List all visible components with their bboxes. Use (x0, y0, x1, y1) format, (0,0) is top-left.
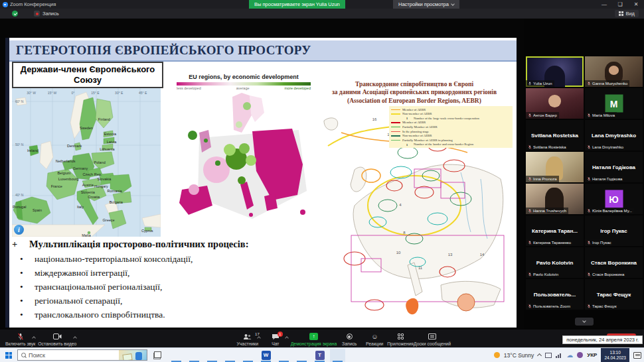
map2-gradient-legend (177, 82, 311, 86)
participant-tile-yulia-uzun[interactable]: Yulia Uzun (526, 56, 584, 87)
map-grid-label: 30° W (27, 91, 36, 95)
participant-tile-anton-bader[interactable]: Антон Бадер (526, 88, 584, 119)
map-region-number: 4 (399, 203, 401, 207)
presentation-slide: ГЕТЕРОТОПІЯ ЄВРОПЕЙСЬКОГО ПРОСТОРУ Держа… (5, 38, 517, 328)
taskbar-zoom-icon[interactable] (330, 349, 345, 362)
participant-tile-maria-milova[interactable]: M Maria Milova (585, 88, 643, 119)
participant-label: Наталя Годікова (585, 176, 624, 182)
bullet-heading-text: Мультиплікація просторово-політичних про… (29, 238, 258, 251)
view-settings-button[interactable]: Настройки просмотра (393, 0, 459, 9)
map-grid-label: 60° N (15, 99, 24, 103)
participant-tile-kateryna-taranenko[interactable]: Катерина Таран... Катерина Тараненко (526, 215, 584, 246)
network-icon[interactable] (556, 353, 562, 358)
taskbar-word-icon[interactable]: W (258, 349, 274, 362)
map-region-number: 10 (396, 251, 401, 255)
map-region-number: 13 (448, 253, 453, 257)
chat-button[interactable]: 1 Чат (263, 332, 288, 346)
participant-tile-hanna-trushevych[interactable]: Hanna Trushevych (526, 184, 584, 214)
mic-muted-icon (528, 145, 532, 150)
search-input[interactable]: Поиск (17, 349, 147, 361)
stop-video-button[interactable]: Остановить видео (38, 332, 76, 346)
taskbar-teams-icon[interactable]: T (312, 349, 327, 362)
taskbar-telegram-icon[interactable] (294, 349, 309, 362)
hidden-icons-chevron[interactable] (537, 353, 542, 358)
record-button[interactable]: Запись (337, 332, 362, 346)
participants-button[interactable]: 17 Участники (235, 332, 260, 346)
taskbar-edge-icon[interactable] (169, 349, 184, 362)
avatar: M (605, 95, 623, 113)
bullet-item: • регіональної сепарації, (20, 296, 319, 306)
search-placeholder: Поиск (29, 352, 45, 359)
taskbar-chrome-icon[interactable] (187, 349, 202, 362)
participant-tiles: Yulia Uzun Ganna Muzychenko (526, 56, 643, 310)
bullet-marker: • (20, 254, 35, 265)
avatar: Ю (605, 190, 623, 208)
weather-sun-icon[interactable] (494, 352, 500, 358)
taskbar-viber-icon[interactable] (240, 349, 256, 362)
legend-label: Partially Member of AEBR (402, 125, 438, 129)
legend-line-swatch (391, 109, 400, 111)
participant-tile-inna-pronoza[interactable]: Inna Pronoza (526, 152, 584, 182)
taskbar-explorer-icon[interactable] (276, 349, 291, 362)
viber-tray-icon[interactable] (577, 352, 583, 358)
participant-tile-stasia-voronkina[interactable]: Стася Воронкина Стася Воронкина (585, 247, 643, 278)
participant-label: Тарас Фещук (585, 303, 619, 310)
participant-tile-natalia-godikova[interactable]: Наталя Годікова Наталя Годікова (585, 152, 643, 182)
participant-tile-svitlana-rostetska[interactable]: Svitlana Rostetska Svitlana Rostetska (526, 120, 584, 151)
apps-button[interactable]: Приложения (387, 332, 414, 346)
legend-line-swatch (391, 131, 400, 133)
participant-tile-pavlo-kolotvin[interactable]: Pavlo Kolotvin Pavlo Kolotvin (526, 247, 584, 278)
info-icon[interactable]: i (14, 225, 24, 235)
participant-tile-igor-pukas[interactable]: Ігор Пукас Ігор Пукас (585, 215, 643, 246)
share-screen-button[interactable]: Демонстрация экрана (291, 332, 337, 346)
taskbar-mail-icon[interactable] (204, 349, 220, 362)
start-button[interactable] (0, 352, 17, 359)
bullet-marker: • (20, 282, 35, 292)
participant-label: Pavlo Kolotvin (526, 271, 560, 278)
slide-bullet-list: + Мультиплікація просторово-політичних п… (12, 238, 319, 320)
scrollbar[interactable] (511, 168, 513, 185)
apps-icon (398, 333, 404, 339)
whiteboard-button[interactable]: Доски сообщений (414, 332, 451, 346)
weather-text[interactable]: 13°C Sunny (504, 352, 534, 359)
participant-tile-ganna-muzychenko[interactable]: Ganna Muzychenko (585, 56, 643, 87)
participant-label-text: Стася Воронкина (592, 272, 624, 276)
participant-tile-lana-dmytrashko[interactable]: Lana Dmytrashko Lana Dmytrashko (585, 120, 643, 151)
map-grid-label: 15° W (48, 91, 57, 95)
maximize-button[interactable] (612, 0, 628, 9)
zoom-meeting-window: Zoom Конференция Вы просматриваете экран… (0, 0, 644, 362)
bullet-items: • національно-територіальної консолідаці… (12, 254, 319, 320)
map-region-number: 16 (372, 117, 377, 121)
window-controls (596, 0, 644, 9)
task-view-icon[interactable] (153, 351, 161, 359)
device-icon[interactable] (545, 353, 552, 358)
map-grid-label: 30° E (115, 91, 123, 95)
participants-count: 17 (255, 332, 260, 336)
participant-label-text: Наталя Годікова (592, 177, 622, 181)
slide-title-banner: ГЕТЕРОТОПІЯ ЄВРОПЕЙСЬКОГО ПРОСТОРУ (9, 40, 517, 62)
encryption-shield-icon[interactable] (12, 11, 18, 17)
participant-label-text: Тарас Фещук (592, 304, 617, 308)
participant-tile-yulia-valeriivna[interactable]: Ю Юлія Валеріївна Му... (585, 184, 643, 214)
map-country-label: Portugal (13, 205, 27, 209)
bullet-item-text: регіональної сепарації, (35, 296, 319, 306)
tray-date: 24.04.2023 (604, 355, 626, 361)
legend-label: Member of AEBR (402, 121, 426, 124)
clock[interactable]: 13:10 24.04.2023 (601, 348, 629, 362)
legend-number: 1 (402, 117, 412, 120)
participant-tile-taras-feshchuk[interactable]: Тарас Фещук Тарас Фещук (585, 279, 643, 310)
action-center-icon[interactable] (633, 352, 641, 359)
participant-tile-zoom-user[interactable]: Пользователь... Пользователь Zoom (526, 279, 584, 310)
view-button[interactable]: Вид (615, 10, 639, 17)
taskbar-wechat-icon[interactable] (222, 349, 238, 362)
mic-muted-icon (587, 304, 591, 309)
minimize-button[interactable] (596, 0, 612, 9)
close-button[interactable] (628, 0, 644, 9)
language-indicator[interactable]: УКР (587, 352, 597, 358)
more-participants-button[interactable] (575, 318, 594, 326)
onedrive-cloud-icon[interactable] (566, 352, 573, 359)
map-country-label: Czech Rep. (83, 172, 102, 176)
reactions-button[interactable]: Реакции (362, 332, 387, 346)
reactions-label: Реакции (366, 341, 383, 346)
unmute-button[interactable]: Включить звук (5, 332, 35, 346)
